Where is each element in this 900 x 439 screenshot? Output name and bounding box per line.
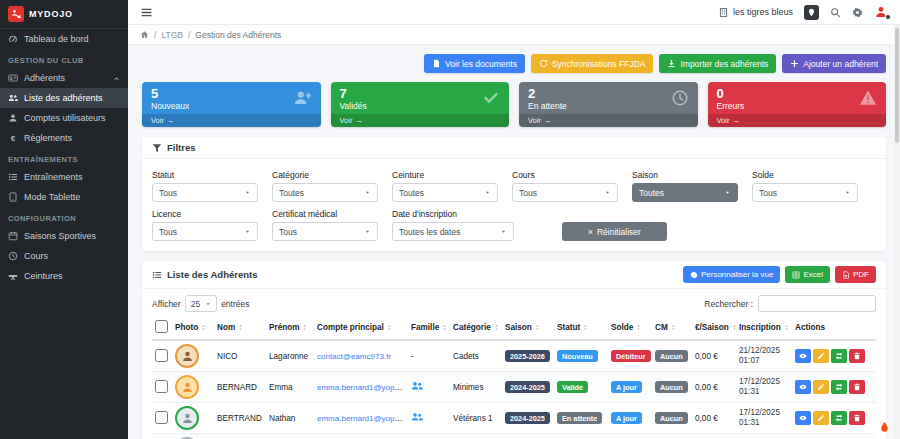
stat-value: 5 bbox=[151, 87, 312, 101]
sidebar-item-cours[interactable]: Cours bbox=[0, 246, 128, 266]
column-header-cm[interactable]: CM bbox=[652, 316, 692, 340]
stat-view-link[interactable]: Voir → bbox=[708, 114, 887, 127]
row-checkbox[interactable] bbox=[155, 349, 168, 362]
sidebar-item-saisons-sportives[interactable]: Saisons Sportives bbox=[0, 226, 128, 246]
filter-label: Certificat médical bbox=[272, 209, 378, 219]
filter-field-licence: Licence Tous bbox=[152, 209, 258, 241]
user-icon bbox=[181, 381, 194, 394]
sidebar-item-adherents[interactable]: Adhérents bbox=[0, 68, 128, 88]
column-header-saison[interactable]: Saison bbox=[502, 316, 554, 340]
column-header-nom[interactable]: Nom bbox=[214, 316, 266, 340]
filter-select-licence[interactable]: Tous bbox=[152, 222, 258, 241]
cell-inscription: 17/12/202501:31 bbox=[736, 372, 792, 403]
customize-view-button[interactable]: Personnaliser la vue bbox=[683, 266, 780, 283]
scrollbar-thumb[interactable] bbox=[895, 28, 899, 143]
filter-select-saison[interactable]: Toutes bbox=[632, 183, 738, 202]
debugbar-flame-icon[interactable] bbox=[878, 421, 891, 436]
transfer-member-button[interactable] bbox=[831, 349, 847, 363]
member-avatar bbox=[175, 344, 199, 368]
import-members-button[interactable]: Importer des adhérents bbox=[659, 54, 776, 73]
row-checkbox[interactable] bbox=[155, 411, 168, 424]
filter-select-solde[interactable]: Tous bbox=[752, 183, 858, 202]
badge-nouveau: Nouveau bbox=[557, 350, 598, 362]
delete-member-button[interactable] bbox=[849, 349, 865, 363]
breadcrumb-current: Gestion des Adhérents bbox=[195, 30, 281, 40]
cell-categorie: Cadets bbox=[450, 340, 502, 372]
stat-view-link[interactable]: Voir → bbox=[142, 114, 321, 127]
select-all-checkbox[interactable] bbox=[155, 320, 168, 333]
column-header-prenom[interactable]: Prénom bbox=[266, 316, 314, 340]
filter-select-certificat-medical[interactable]: Tous bbox=[272, 222, 378, 241]
filter-label: Licence bbox=[152, 209, 258, 219]
stat-view-link[interactable]: Voir → bbox=[519, 114, 698, 127]
sidebar-item-reglements[interactable]: Règlements bbox=[0, 128, 128, 148]
export-pdf-button[interactable]: PDF bbox=[835, 266, 876, 283]
filter-select-ceinture[interactable]: Toutes bbox=[392, 183, 498, 202]
edit-member-button[interactable] bbox=[813, 349, 829, 363]
filter-field-solde: Solde Tous bbox=[752, 170, 858, 202]
column-header-famille[interactable]: Famille bbox=[408, 316, 450, 340]
sidebar-item-tableau-de-bord[interactable]: Tableau de bord bbox=[0, 29, 128, 49]
primary-account-link[interactable]: emma.bernard1@yopmail.com bbox=[317, 414, 408, 423]
view-documents-button[interactable]: Voir les documents bbox=[424, 54, 525, 73]
filter-select-categorie[interactable]: Toutes bbox=[272, 183, 378, 202]
button-label: Ajouter un adhérent bbox=[803, 59, 878, 69]
page-scrollbar[interactable] bbox=[894, 25, 900, 439]
column-header-solde[interactable]: Solde bbox=[608, 316, 652, 340]
sidebar-item-liste-des-adherents[interactable]: Liste des adhérents bbox=[0, 88, 128, 108]
column-header-statut[interactable]: Statut bbox=[554, 316, 608, 340]
delete-member-button[interactable] bbox=[849, 411, 865, 425]
check-icon bbox=[482, 89, 500, 107]
search-button[interactable] bbox=[830, 7, 841, 18]
reset-filters-button[interactable]: ×Réinitialiser bbox=[562, 222, 667, 241]
column-header-compte-principal[interactable]: Compte principal bbox=[314, 316, 408, 340]
sidebar-item-comptes-utilisateurs[interactable]: Comptes utilisateurs bbox=[0, 108, 128, 128]
app-logo[interactable]: MYDOJO bbox=[0, 0, 128, 29]
column-header-inscription[interactable]: Inscription bbox=[736, 316, 792, 340]
user-icon bbox=[181, 350, 194, 363]
view-member-button[interactable] bbox=[795, 349, 811, 363]
column-header-photo[interactable]: Photo bbox=[172, 316, 214, 340]
page-size-select[interactable]: 25 bbox=[185, 295, 217, 312]
delete-member-button[interactable] bbox=[849, 380, 865, 394]
filter-select-cours[interactable]: Tous bbox=[512, 183, 618, 202]
sync-ffjda-button[interactable]: Synchronisations FFJDA bbox=[531, 54, 654, 73]
column-header-categorie[interactable]: Catégorie bbox=[450, 316, 502, 340]
table-search-input[interactable] bbox=[758, 295, 876, 312]
filter-select-date-d-inscription[interactable]: Toutes les dates bbox=[392, 222, 514, 241]
column-header-saison[interactable]: €/Saison bbox=[692, 316, 736, 340]
primary-account-link[interactable]: contact@eamc973.fr bbox=[317, 352, 391, 361]
transfer-member-button[interactable] bbox=[831, 411, 847, 425]
sort-icon bbox=[441, 324, 448, 331]
caret-down-icon bbox=[205, 301, 211, 307]
filter-value: Tous bbox=[159, 227, 177, 237]
club-selector[interactable]: les tigres bleus bbox=[718, 7, 793, 18]
filter-select-statut[interactable]: Tous bbox=[152, 183, 258, 202]
view-member-button[interactable] bbox=[795, 411, 811, 425]
club-name: les tigres bleus bbox=[733, 7, 793, 17]
location-pin-button[interactable] bbox=[804, 5, 819, 20]
filter-field-statut: Statut Tous bbox=[152, 170, 258, 202]
column-label: Famille bbox=[411, 323, 439, 332]
breadcrumb-root-link[interactable]: LTGB bbox=[161, 30, 183, 40]
stat-view-link[interactable]: Voir → bbox=[331, 114, 510, 127]
sidebar-item-mode-tablette[interactable]: Mode Tablette bbox=[0, 187, 128, 207]
view-member-button[interactable] bbox=[795, 380, 811, 394]
edit-member-button[interactable] bbox=[813, 380, 829, 394]
export-excel-button[interactable]: Excel bbox=[785, 266, 830, 283]
sidebar-item-label: Tableau de bord bbox=[24, 34, 89, 44]
user-menu-button[interactable] bbox=[874, 5, 888, 19]
breadcrumb-home-link[interactable] bbox=[140, 30, 149, 39]
primary-account-link[interactable]: emma.bernard1@yopmail.com bbox=[317, 383, 408, 392]
row-checkbox[interactable] bbox=[155, 380, 168, 393]
add-member-button[interactable]: Ajouter un adhérent bbox=[782, 54, 886, 73]
sidebar-toggle-button[interactable] bbox=[140, 6, 153, 19]
column-header-checkbox bbox=[152, 316, 172, 340]
filters-title: Filtres bbox=[167, 142, 196, 153]
edit-member-button[interactable] bbox=[813, 411, 829, 425]
sidebar-item-ceintures[interactable]: Ceintures bbox=[0, 266, 128, 286]
sidebar-item-entrainements[interactable]: Entraînements bbox=[0, 167, 128, 187]
filters-header: Filtres bbox=[142, 137, 886, 159]
settings-button[interactable] bbox=[852, 7, 863, 18]
transfer-member-button[interactable] bbox=[831, 380, 847, 394]
